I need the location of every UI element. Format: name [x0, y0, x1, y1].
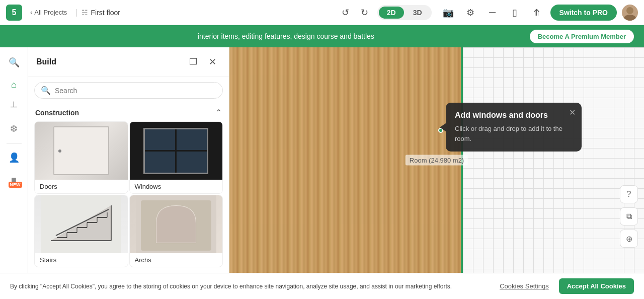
new-badge: NEW [9, 182, 22, 188]
redo-button[interactable]: ↻ [356, 4, 373, 21]
window-inner [143, 128, 208, 174]
sidebar-decor[interactable]: ❆ [4, 119, 24, 139]
floor-label: ☵ First floor [82, 9, 120, 17]
build-panel: Build ❐ ✕ 🔍 Construction ⌃ Doors [28, 47, 229, 273]
avatar[interactable] [622, 5, 638, 21]
search-box[interactable]: 🔍 [34, 82, 223, 99]
help-button[interactable]: ? [620, 185, 638, 203]
tooltip-desc: Click or drag and drop to add it to the … [455, 124, 573, 143]
tooltip-close-button[interactable]: ✕ [569, 108, 576, 117]
room-label: Room (24.980 m2) [406, 155, 468, 166]
collapse-icon: ⌃ [215, 108, 222, 117]
tooltip-popup: ✕ Add windows and doors Click or drag an… [446, 103, 582, 152]
item-card-stairs[interactable]: Stairs [34, 195, 128, 267]
back-button[interactable]: ‹ All Projects [26, 7, 71, 18]
section-title: Construction [35, 109, 79, 117]
search-input[interactable] [55, 87, 216, 95]
location-button[interactable]: ⊕ [620, 230, 638, 248]
door-image [35, 122, 128, 180]
ruler-button[interactable]: ─ [484, 4, 501, 21]
settings-button[interactable]: ⚙ [462, 4, 479, 21]
item-label-stairs: Stairs [35, 253, 128, 267]
separator: | [75, 8, 77, 17]
cookie-banner: By clicking "Accept All Cookies", you ag… [0, 273, 644, 299]
door-inner [53, 126, 109, 176]
accept-cookies-button[interactable]: Accept All Cookies [559, 278, 634, 294]
undo-redo-group: ↺ ↻ [337, 4, 373, 21]
undo-button[interactable]: ↺ [337, 4, 354, 21]
item-label-windows: Windows [130, 180, 223, 193]
tooltip-title: Add windows and doors [455, 111, 573, 120]
sidebar-people[interactable]: 👤 [4, 147, 24, 168]
item-label-doors: Doors [35, 180, 128, 193]
svg-point-1 [624, 15, 636, 21]
promo-text: interior items, editing features, design… [50, 32, 522, 40]
item-card-windows[interactable]: Windows [129, 121, 223, 194]
nav-right: 📷 ⚙ ─ ▯ ⤊ Switch to PRO [440, 4, 638, 21]
items-grid: Doors Windows [28, 121, 229, 271]
window-image [130, 122, 223, 180]
view-toggle: 2D 3D [377, 5, 432, 20]
view-3d-button[interactable]: 3D [405, 7, 430, 19]
canvas-grid [463, 47, 644, 273]
cookies-settings-button[interactable]: Cookies Settings [500, 282, 549, 290]
item-label-archs: Archs [130, 253, 223, 267]
item-card-archs[interactable]: Archs [129, 195, 223, 267]
canvas-area: 5 m Room (24.980 m2) ✕ Add windows and d… [229, 47, 644, 273]
camera-button[interactable]: 📷 [440, 4, 457, 21]
copy-button[interactable]: ▯ [506, 4, 523, 21]
premium-button[interactable]: Become A Premium Member [530, 30, 634, 43]
sidebar-new[interactable]: ■ NEW [4, 170, 24, 190]
svg-rect-19 [156, 223, 196, 243]
stairs-image [35, 195, 128, 253]
tooltip-arrow [440, 123, 446, 131]
sidebar-furniture[interactable]: ┴ [4, 97, 24, 117]
share-button[interactable]: ⤊ [528, 4, 545, 21]
build-header: Build ❐ ✕ [28, 47, 229, 77]
external-link-button[interactable]: ⧉ [620, 207, 638, 226]
app-logo: 5 [6, 5, 22, 21]
build-header-icons: ❐ ✕ [185, 53, 221, 70]
promo-bar: interior items, editing features, design… [0, 25, 644, 47]
cookie-text: By clicking "Accept All Cookies", you ag… [10, 282, 490, 291]
view-2d-button[interactable]: 2D [379, 7, 404, 19]
sidebar-build[interactable]: ⌂ [4, 74, 24, 95]
search-icon: 🔍 [41, 86, 51, 95]
switch-pro-button[interactable]: Switch to PRO [550, 5, 617, 21]
close-panel-button[interactable]: ✕ [204, 53, 221, 70]
main-layout: 🔍 ⌂ ┴ ❆ 👤 ■ NEW Build ❐ ✕ 🔍 Construction… [0, 47, 644, 273]
item-card-doors[interactable]: Doors [34, 121, 128, 194]
expand-button[interactable]: ❐ [185, 53, 202, 70]
top-nav: 5 ‹ All Projects | ☵ First floor ↺ ↻ 2D … [0, 0, 644, 25]
construction-section-header[interactable]: Construction ⌃ [28, 104, 229, 121]
sidebar-icons: 🔍 ⌂ ┴ ❆ 👤 ■ NEW [0, 47, 28, 273]
arch-image [130, 195, 223, 253]
sidebar-search[interactable]: 🔍 [4, 52, 24, 72]
floor-icon: ☵ [82, 9, 88, 17]
right-icons: ? ⧉ ⊕ [620, 185, 638, 248]
svg-point-0 [626, 7, 633, 14]
build-title: Build [36, 57, 56, 66]
chevron-left-icon: ‹ [30, 9, 32, 16]
sidebar-divider [7, 143, 22, 143]
